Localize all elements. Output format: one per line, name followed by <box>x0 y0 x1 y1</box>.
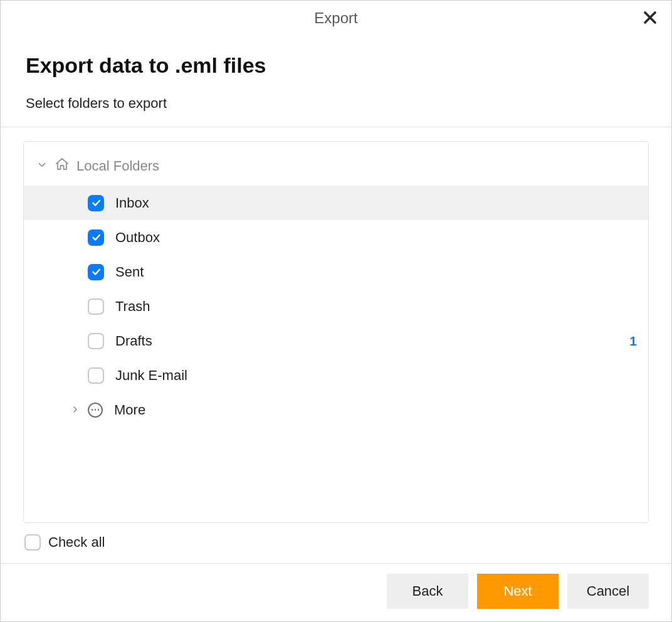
page-subtitle: Select folders to export <box>26 95 646 112</box>
dialog-window: Export Export data to .eml files Select … <box>0 0 672 622</box>
folder-tree-panel: Local Folders InboxOutboxSentTrashDrafts… <box>23 141 649 523</box>
header-block: Export data to .eml files Select folders… <box>1 36 671 127</box>
folder-row[interactable]: Drafts1 <box>24 324 648 358</box>
cancel-button[interactable]: Cancel <box>567 574 649 609</box>
tree-more-row[interactable]: More <box>24 393 648 427</box>
close-button[interactable] <box>639 6 661 29</box>
folder-checkbox[interactable] <box>88 229 104 246</box>
folder-checkbox[interactable] <box>88 333 104 349</box>
dialog-footer: Back Next Cancel <box>1 564 671 621</box>
ellipsis-circle-icon <box>88 403 103 418</box>
folder-label: Inbox <box>115 195 637 211</box>
folder-label: Drafts <box>115 333 618 349</box>
content-area: Local Folders InboxOutboxSentTrashDrafts… <box>1 127 671 564</box>
folder-label: Outbox <box>115 229 637 246</box>
window-title: Export <box>314 9 357 27</box>
tree-root-label: Local Folders <box>76 158 159 174</box>
folder-checkbox[interactable] <box>88 195 104 211</box>
folder-count-badge: 1 <box>629 334 637 349</box>
folder-label: Trash <box>115 298 637 315</box>
folder-row[interactable]: Outbox <box>24 220 648 255</box>
folder-label: Junk E-mail <box>115 367 637 384</box>
check-all-checkbox[interactable] <box>24 534 41 551</box>
check-all-row: Check all <box>23 523 649 557</box>
tree-root[interactable]: Local Folders <box>24 150 648 186</box>
check-all-label: Check all <box>48 534 105 551</box>
folder-row[interactable]: Trash <box>24 289 648 324</box>
folder-row[interactable]: Inbox <box>24 186 648 220</box>
next-button[interactable]: Next <box>477 574 559 609</box>
folder-checkbox[interactable] <box>88 298 104 315</box>
chevron-right-icon <box>70 402 81 418</box>
page-title: Export data to .eml files <box>26 53 646 78</box>
folder-row[interactable]: Sent <box>24 255 648 289</box>
chevron-down-icon <box>36 158 48 174</box>
folder-row[interactable]: Junk E-mail <box>24 358 648 393</box>
close-icon <box>643 10 658 25</box>
folder-label: Sent <box>115 264 637 280</box>
tree-more-label: More <box>114 402 145 418</box>
back-button[interactable]: Back <box>387 574 468 609</box>
home-icon <box>55 157 70 176</box>
folder-checkbox[interactable] <box>88 264 104 280</box>
titlebar: Export <box>1 1 671 36</box>
folder-checkbox[interactable] <box>88 367 104 384</box>
